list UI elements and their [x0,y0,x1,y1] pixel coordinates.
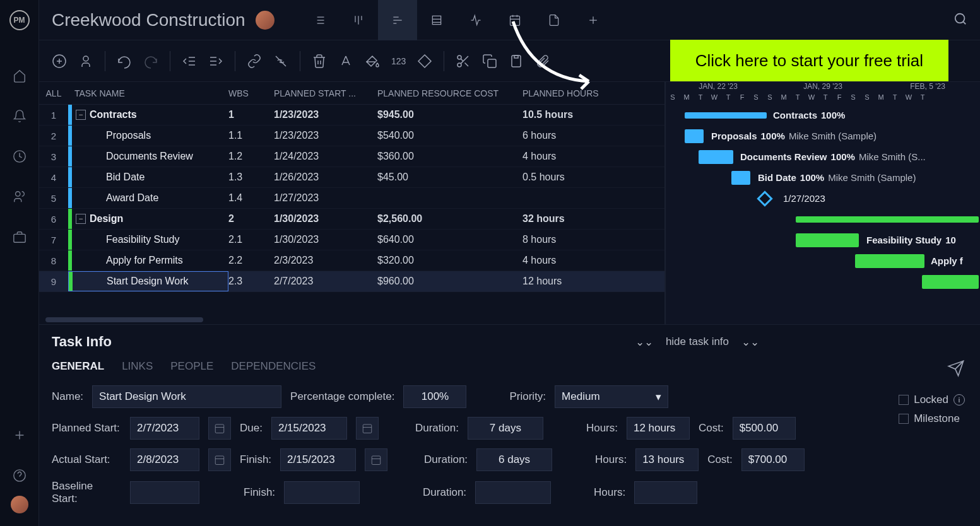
view-file[interactable] [534,0,574,40]
baseline-hours-input[interactable] [634,481,697,504]
actual-hours-input[interactable] [635,448,699,471]
hide-task-info-button[interactable]: ⌄⌄hide task info⌄⌄ [320,336,759,349]
search-icon[interactable] [953,12,967,28]
user-avatar[interactable] [11,496,28,513]
fill-color-button[interactable] [365,54,380,69]
home-icon[interactable] [11,67,28,85]
tab-links[interactable]: LINKS [122,360,153,373]
send-icon[interactable] [947,359,965,380]
indent-button[interactable] [208,54,223,69]
svg-point-8 [83,56,88,61]
task-grid: ALL TASK NAME WBS PLANNED START ... PLAN… [39,82,664,324]
view-sheet[interactable] [417,0,456,40]
table-row[interactable]: 4Bid Date1.31/26/2023$45.000.5 hours [39,167,664,188]
project-avatar[interactable] [256,11,275,30]
svg-rect-5 [510,16,519,25]
pct-complete-input[interactable] [403,385,466,408]
col-hours[interactable]: PLANNED HOURS [522,88,623,98]
locked-checkbox[interactable]: Lockedi [899,394,965,406]
calendar-icon[interactable] [365,448,387,471]
svg-point-10 [458,63,461,67]
people-icon[interactable] [11,188,28,206]
tab-people[interactable]: PEOPLE [170,360,213,373]
left-rail: PM [0,0,39,526]
calendar-icon[interactable] [208,448,231,471]
tab-general[interactable]: GENERAL [52,360,104,373]
help-icon[interactable] [11,467,28,484]
calendar-icon[interactable] [208,417,231,440]
baseline-start-input[interactable] [130,481,199,504]
svg-point-1 [15,192,20,196]
horizontal-scrollbar[interactable] [39,315,664,324]
topbar: Creekwood Construction [39,0,980,40]
col-cost[interactable]: PLANNED RESOURCE COST [377,88,522,98]
unlink-button[interactable] [273,54,288,69]
delete-button[interactable] [312,54,327,69]
number-button[interactable]: 123 [391,56,406,66]
table-row[interactable]: 5Award Date1.41/27/2023 [39,188,664,209]
table-row[interactable]: 6−Design21/30/2023$2,560.0032 hours [39,209,664,230]
clock-icon[interactable] [11,148,28,165]
task-name-input[interactable] [92,385,281,408]
collapse-icon[interactable]: − [76,110,86,120]
cost-input[interactable] [733,417,796,440]
actual-cost-input[interactable] [741,448,805,471]
actual-start-input[interactable] [130,448,199,471]
plus-icon[interactable] [11,426,28,444]
table-row[interactable]: 2Proposals1.11/23/2023$540.006 hours [39,126,664,146]
collapse-icon[interactable]: − [76,214,86,224]
milestone-button[interactable] [417,54,432,69]
view-calendar[interactable] [495,0,534,40]
text-color-button[interactable] [338,54,353,69]
col-wbs[interactable]: WBS [228,88,274,98]
attach-button[interactable] [535,54,550,69]
table-row[interactable]: 7Feasibility Study2.11/30/2023$640.008 h… [39,230,664,250]
undo-button[interactable] [117,54,132,69]
table-row[interactable]: 8Apply for Permits2.22/3/2023$320.004 ho… [39,250,664,271]
svg-rect-16 [372,456,381,465]
calendar-icon[interactable] [356,417,379,440]
redo-button[interactable] [143,54,158,69]
tab-dependencies[interactable]: DEPENDENCIES [231,360,316,373]
assign-button[interactable] [78,54,93,69]
due-input[interactable] [271,417,347,440]
bell-icon[interactable] [11,107,28,125]
col-all[interactable]: ALL [39,88,68,98]
col-name[interactable]: TASK NAME [68,88,228,98]
hours-input[interactable] [627,417,690,440]
table-row[interactable]: 3Documents Review1.21/24/2023$360.004 ho… [39,146,664,167]
svg-rect-15 [215,456,224,465]
view-board[interactable] [339,0,378,40]
planned-start-input[interactable] [130,417,199,440]
view-add[interactable] [574,0,613,40]
priority-select[interactable]: Medium▾ [555,385,668,408]
view-gantt[interactable] [378,0,417,40]
svg-rect-11 [488,59,496,67]
link-button[interactable] [247,54,262,69]
baseline-finish-input[interactable] [284,481,360,504]
cut-button[interactable] [456,54,471,69]
toolbar: 123 Click here to start your free trial [39,40,980,82]
svg-rect-12 [512,56,521,67]
gantt-chart: JAN, 22 '23JAN, 29 '23FEB, 5 '23 SMTWTFS… [664,82,980,324]
task-info-panel: Task Info ⌄⌄hide task info⌄⌄ GENERAL LIN… [39,324,980,526]
pm-logo[interactable]: PM [9,10,30,30]
baseline-duration-input[interactable] [475,481,551,504]
briefcase-icon[interactable] [11,228,28,246]
view-activity[interactable] [456,0,495,40]
col-start[interactable]: PLANNED START ... [274,88,377,98]
duration-input[interactable] [468,417,543,440]
table-row[interactable]: 9Start Design Work2.32/7/2023$960.0012 h… [39,271,664,292]
milestone-checkbox[interactable]: Milestone [899,412,965,425]
paste-button[interactable] [509,54,524,69]
outdent-button[interactable] [182,54,197,69]
finish-input[interactable] [280,448,356,471]
view-list[interactable] [300,0,339,40]
table-row[interactable]: 1−Contracts11/23/2023$945.0010.5 hours [39,105,664,126]
add-task-button[interactable] [52,54,67,69]
copy-button[interactable] [482,54,497,69]
svg-rect-2 [13,234,25,242]
cta-banner[interactable]: Click here to start your free trial [670,40,948,81]
task-info-title: Task Info [52,334,112,350]
actual-duration-input[interactable] [476,448,552,471]
